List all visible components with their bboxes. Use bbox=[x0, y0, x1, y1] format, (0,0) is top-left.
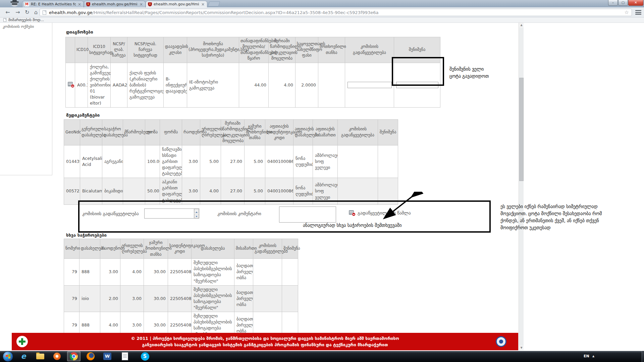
calculation-cell: 4.00 bbox=[269, 63, 296, 108]
taskbar-ie-button[interactable]: e bbox=[17, 351, 30, 361]
bookmark-item[interactable]: მიმართვების მოდ... bbox=[3, 18, 44, 22]
minimize-button[interactable]: – bbox=[608, 0, 618, 6]
taskbar-skype-button[interactable]: S bbox=[138, 351, 152, 361]
tray-expand-icon[interactable]: ▲ bbox=[592, 355, 594, 358]
unit-price-cell: 4.00 bbox=[120, 259, 144, 286]
scrollbar-thumb[interactable] bbox=[519, 78, 524, 181]
delete-diagnosis-icon[interactable] bbox=[68, 82, 73, 86]
tab-close-icon[interactable]: × bbox=[139, 2, 143, 6]
tab-close-icon[interactable]: × bbox=[77, 2, 82, 6]
col-header: მერიაში წარმოდგენილი კალკულაციის მოცულობ… bbox=[221, 120, 245, 145]
requested-amount-cell bbox=[318, 63, 345, 108]
col-header: GeoNdc bbox=[64, 120, 80, 145]
supplier-address-cell: ბაღდათი, პირველი ობჩა bbox=[234, 285, 253, 312]
pharmacy-code-cell: 04001000865 bbox=[265, 145, 293, 178]
tab-title: ehealth.moh.gov.ge/Hmis bbox=[154, 2, 199, 6]
total-requested-cell: 30.00 bbox=[144, 259, 168, 286]
diagnoses-header-row: ICD10 ICD10 სიტყვიერად NCSP/ლაბ. ჩარევა … bbox=[66, 37, 440, 63]
col-header: NCSP/ლაბ. ჩარევა სიტყვიერად bbox=[127, 37, 164, 63]
col-header: რაოდენობა bbox=[182, 120, 200, 145]
total-requested-cell: 5.00 bbox=[245, 145, 265, 178]
url-text[interactable]: ehealth.moh.gov.ge/Hmis/ReferralsHallRea… bbox=[49, 10, 379, 15]
medications-table: GeoNdc გენერიული დასახელება სავაჭრო დასა… bbox=[64, 119, 398, 205]
taskbar-word-button[interactable]: W bbox=[101, 351, 114, 361]
language-indicator[interactable]: EN bbox=[584, 354, 589, 358]
dose-cell: 100.00 bbox=[145, 145, 160, 178]
ehealth-favicon-icon bbox=[86, 2, 90, 6]
taskbar-explorer-button[interactable] bbox=[34, 351, 47, 361]
col-header: ერთეულის ღირებულება bbox=[200, 120, 221, 145]
page-scrollbar[interactable]: ▲ ▼ bbox=[519, 23, 524, 350]
col-header: აფთიაქის მისამართი bbox=[313, 120, 338, 145]
diagnoses-section-title: დიაგნოზები bbox=[66, 29, 93, 35]
new-tab-button[interactable] bbox=[208, 1, 220, 6]
taskbar-chrome-button[interactable] bbox=[67, 351, 80, 361]
col-header: კომისიის გადაწყვეტილება bbox=[253, 239, 282, 259]
taskbar-firefox-button[interactable] bbox=[84, 351, 97, 361]
forward-icon[interactable]: → bbox=[13, 8, 22, 16]
tab-ehealth-1[interactable]: ehealth.moh.gov.ge/Hmis × bbox=[84, 1, 146, 7]
col-header: კომისიის გადაწყვეტილება bbox=[338, 120, 378, 145]
quantity-cell: 2.00 bbox=[100, 285, 120, 312]
col-header: თანადაფინანსების მოცულობა/ თანადაფინანსე… bbox=[239, 37, 269, 63]
taskbar-media-button[interactable] bbox=[50, 351, 64, 361]
ncsp-text-cell: ქალას ფუძის (კრანიალური ბაზისის) რენტგენ… bbox=[127, 63, 164, 108]
generic-name-cell: Acetylsalicylic Acid bbox=[80, 145, 102, 178]
col-header: აფთიაქის საიდენტიფიკაციო კოდი bbox=[265, 120, 293, 145]
browser-toolbar: ← → ↻ ⌂ ehealth.moh.gov.ge/Hmis/Referral… bbox=[0, 7, 644, 17]
url-domain: ehealth.moh.gov.ge bbox=[49, 10, 93, 15]
col-header: აფთიაქის დასახელება bbox=[293, 120, 313, 145]
geondc-cell: 005722 bbox=[64, 178, 80, 205]
col-header: დაავადების კლასი bbox=[164, 37, 187, 63]
decision-cell bbox=[338, 145, 378, 178]
note-cell bbox=[378, 145, 398, 178]
trade-name-cell: აგრეგანი bbox=[102, 145, 123, 178]
geondc-cell: 014439 bbox=[64, 145, 80, 178]
chrome-menu-icon[interactable] bbox=[635, 9, 642, 15]
bookmark-star-icon[interactable]: ☆ bbox=[625, 9, 629, 15]
icd10-cell: A00.1 bbox=[75, 63, 88, 108]
col-header: ICD10 სიტყვიერად bbox=[88, 37, 111, 63]
col-header bbox=[66, 37, 75, 63]
gmail-favicon-icon: M bbox=[24, 2, 29, 6]
pharmacy-address-cell: ამბროლაური სოფ ველევი bbox=[313, 145, 338, 178]
decision-cell bbox=[345, 63, 394, 108]
home-icon[interactable]: ⌂ bbox=[32, 8, 40, 16]
ehealth-favicon-icon bbox=[148, 2, 152, 6]
folder-icon bbox=[36, 354, 44, 359]
id-code-cell: 225054080 bbox=[168, 285, 192, 312]
left-sidebar: კომისიის ოქმები bbox=[0, 23, 52, 175]
close-button[interactable]: ✕ bbox=[628, 0, 643, 6]
show-desktop-button[interactable] bbox=[642, 351, 644, 362]
maximize-button[interactable]: ▢ bbox=[618, 0, 628, 6]
reload-icon[interactable]: ↻ bbox=[23, 8, 32, 16]
scroll-up-icon[interactable]: ▲ bbox=[519, 23, 524, 27]
tab-ehealth-2-active[interactable]: ehealth.moh.gov.ge/Hmis × bbox=[146, 1, 207, 7]
number-cell: 79 bbox=[64, 259, 79, 286]
window-controls: – ▢ ✕ bbox=[608, 0, 643, 6]
annotation-symmetry: ეს ველები იქნებ რამენაირად სიმეტრიულად მ… bbox=[500, 203, 614, 231]
col-header: ერთეულის ღირებულება bbox=[120, 239, 144, 259]
note-field-highlight-box bbox=[392, 57, 444, 86]
tab-close-icon[interactable]: × bbox=[201, 2, 205, 6]
ministry-logo-icon bbox=[16, 336, 28, 347]
col-header: კომისიის გადაწყვეტილება bbox=[345, 37, 394, 63]
tab-gmail[interactable]: M RE: E Health Activities for × bbox=[22, 1, 84, 7]
diagnosis-decision-input[interactable] bbox=[347, 82, 392, 88]
scroll-down-icon[interactable]: ▼ bbox=[519, 346, 524, 350]
back-icon[interactable]: ← bbox=[3, 8, 12, 16]
medication-row: 014439 Acetylsalicylic Acid აგრეგანი 100… bbox=[64, 145, 398, 178]
footer-line-1: © 2011 | პროექტი ხორციელდება შრომის, ჯან… bbox=[131, 335, 399, 342]
col-header: დასახელება bbox=[79, 239, 100, 259]
col-header: ნომერი bbox=[64, 239, 79, 259]
chrome-icon bbox=[70, 352, 78, 360]
taskbar-document-button[interactable] bbox=[118, 351, 131, 361]
browser-title-bar: M RE: E Health Activities for × ehealth.… bbox=[0, 0, 644, 7]
skype-icon: S bbox=[141, 352, 149, 361]
start-button[interactable] bbox=[3, 351, 13, 362]
address-bar[interactable]: ehealth.moh.gov.ge/Hmis/ReferralsHallRea… bbox=[40, 9, 632, 16]
sidebar-item-commission-protocols[interactable]: კომისიის ოქმები bbox=[3, 24, 34, 29]
note-cell bbox=[282, 285, 298, 312]
supplier-name-cell: შეზღუდული პასუხისმგებლობის საზოგადოება "… bbox=[192, 285, 234, 312]
bookmark-label: მიმართვების მოდ... bbox=[8, 18, 44, 22]
